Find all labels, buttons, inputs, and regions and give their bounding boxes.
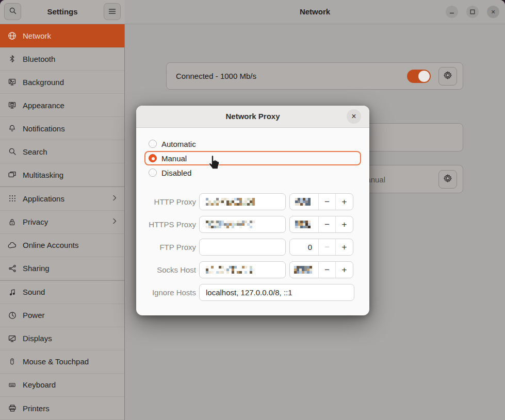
wired-toggle[interactable] [407, 70, 431, 83]
redacted-value [206, 221, 255, 228]
redacted-value [294, 266, 313, 274]
dialog-title: Network Proxy [136, 106, 369, 127]
redacted-value [295, 198, 311, 206]
notifications-icon [8, 124, 17, 133]
hamburger-icon [108, 7, 116, 16]
http-proxy-input[interactable] [199, 193, 286, 210]
maximize-button[interactable] [466, 6, 479, 18]
sidebar-item-label: Sharing [23, 264, 117, 273]
redacted-value [295, 221, 311, 228]
sidebar-item-appearance[interactable]: Appearance [0, 94, 124, 117]
decrement-button[interactable]: − [319, 239, 336, 255]
radio-checked-icon[interactable] [149, 154, 157, 162]
increment-button[interactable]: + [336, 194, 353, 210]
sidebar-item-privacy[interactable]: Privacy [0, 211, 124, 234]
power-icon [8, 311, 17, 320]
https-proxy-input[interactable] [199, 216, 286, 233]
sidebar-item-sound[interactable]: Sound [0, 280, 124, 304]
proxy-option-label: Manual [161, 154, 187, 163]
sidebar-item-search[interactable]: Search [0, 140, 124, 163]
bluetooth-icon [8, 55, 17, 63]
sidebar-item-displays[interactable]: Displays [0, 327, 124, 350]
search-icon [8, 147, 17, 156]
ftp-proxy-input[interactable] [199, 239, 286, 256]
decrement-button[interactable]: − [319, 194, 336, 210]
radio-unchecked-icon[interactable] [149, 140, 157, 148]
wired-status-label: Connected - 1000 Mb/s [176, 63, 256, 89]
proxy-settings-button[interactable] [438, 170, 457, 189]
http-proxy-port-spinbox: −+ [289, 193, 353, 210]
sidebar-item-network[interactable]: Network [0, 24, 124, 47]
sidebar-item-label: Background [23, 78, 117, 87]
sidebar-item-label: Network [23, 31, 117, 40]
proxy-option-label: Automatic [161, 140, 196, 148]
mouse-touchpad-icon [8, 357, 17, 366]
port-value[interactable] [290, 262, 319, 278]
chevron-right-icon [112, 194, 117, 203]
sidebar-item-sharing[interactable]: Sharing [0, 257, 124, 280]
sidebar-item-label: Online Accounts [23, 241, 117, 249]
dialog-close-button[interactable]: × [347, 109, 361, 124]
proxy-option-disabled[interactable]: Disabled [144, 165, 361, 180]
wired-connection-row[interactable]: Connected - 1000 Mb/s [166, 62, 463, 90]
gear-icon [443, 71, 452, 82]
sidebar-item-label: Appearance [23, 101, 117, 110]
sidebar-item-multitasking[interactable]: Multitasking [0, 163, 124, 187]
ftp-proxy-port-spinbox: 0−+ [289, 239, 353, 256]
printers-icon [8, 404, 17, 413]
sidebar-item-power[interactable]: Power [0, 304, 124, 327]
dialog-header[interactable]: Network Proxy × [136, 106, 369, 128]
decrement-button[interactable]: − [319, 262, 336, 278]
sidebar-item-mouse-and-touchpad[interactable]: Mouse & Touchpad [0, 350, 124, 374]
proxy-option-manual[interactable]: Manual [144, 151, 361, 165]
sidebar-item-label: Bluetooth [23, 55, 117, 63]
increment-button[interactable]: + [336, 216, 353, 232]
port-value[interactable] [290, 194, 319, 210]
background-icon [8, 78, 17, 87]
field-row-http-proxy: HTTP Proxy−+ [136, 193, 369, 210]
sharing-icon [8, 264, 17, 273]
sidebar-item-online-accounts[interactable]: Online Accounts [0, 234, 124, 257]
privacy-icon [8, 217, 17, 226]
online-accounts-icon [8, 241, 17, 249]
field-label: Socks Host [136, 261, 196, 278]
field-label: HTTPS Proxy [136, 216, 196, 233]
proxy-option-automatic[interactable]: Automatic [144, 137, 361, 151]
sidebar-item-label: Displays [23, 334, 117, 343]
ignore-hosts-input[interactable]: localhost, 127.0.0.0/8, ::1 [199, 284, 354, 301]
port-value[interactable]: 0 [290, 239, 319, 255]
sidebar-item-label: Sound [23, 288, 117, 296]
network-icon [8, 31, 17, 40]
socks-host-port-spinbox: −+ [289, 261, 353, 278]
radio-unchecked-icon[interactable] [149, 169, 157, 177]
increment-button[interactable]: + [336, 262, 353, 278]
socks-host-input[interactable] [199, 261, 286, 278]
sidebar-item-background[interactable]: Background [0, 71, 124, 94]
proxy-option-label: Disabled [161, 169, 191, 177]
close-icon: × [351, 112, 356, 121]
gear-icon [443, 174, 452, 185]
sidebar-titlebar[interactable]: Settings [0, 0, 125, 24]
sidebar-item-printers[interactable]: Printers [0, 397, 124, 420]
minimize-button[interactable] [446, 6, 458, 18]
sidebar-item-notifications[interactable]: Notifications [0, 117, 124, 140]
sidebar-item-applications[interactable]: Applications [0, 187, 124, 210]
sidebar-item-label: Privacy [23, 217, 106, 226]
increment-button[interactable]: + [336, 239, 353, 255]
displays-icon [8, 334, 17, 343]
sidebar-item-bluetooth[interactable]: Bluetooth [0, 47, 124, 71]
main-menu-button[interactable] [104, 3, 121, 20]
field-label: Ignore Hosts [136, 284, 196, 301]
settings-window: Settings Network × NetworkBluetoothBackg… [0, 0, 505, 420]
field-row-https-proxy: HTTPS Proxy−+ [136, 216, 369, 233]
appearance-icon [8, 101, 17, 110]
port-value[interactable] [290, 216, 319, 232]
sidebar-item-keyboard[interactable]: Keyboard [0, 374, 124, 397]
sidebar-item-label: Mouse & Touchpad [23, 357, 117, 366]
chevron-right-icon [112, 217, 117, 226]
decrement-button[interactable]: − [319, 216, 336, 232]
wired-settings-button[interactable] [438, 67, 457, 86]
sidebar: NetworkBluetoothBackgroundAppearanceNoti… [0, 24, 125, 420]
field-row-ignore-hosts: Ignore Hostslocalhost, 127.0.0.0/8, ::1 [136, 284, 369, 301]
close-window-button[interactable]: × [487, 6, 499, 18]
